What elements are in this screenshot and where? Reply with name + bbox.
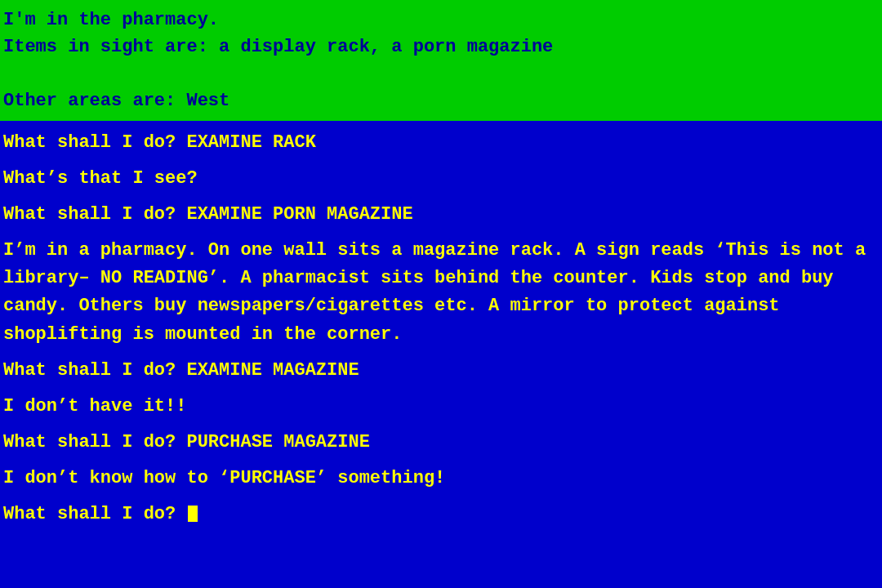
response-line: I’m in a pharmacy. On one wall sits a ma… — [3, 237, 879, 348]
green-line-4: Other areas are: West — [3, 87, 879, 114]
spacer — [3, 492, 879, 501]
spacer — [3, 229, 879, 237]
cursor — [188, 506, 198, 522]
spacer — [3, 385, 879, 393]
response-line: What’s that I see? — [3, 165, 879, 193]
screen: I'm in the pharmacy. Items in sight are:… — [0, 0, 882, 588]
green-line-1: I'm in the pharmacy. — [3, 7, 879, 33]
prompt-line: What shall I do? EXAMINE RACK — [3, 129, 879, 157]
prompt-line: What shall I do? EXAMINE PORN MAGAZINE — [3, 201, 879, 229]
blue-panel: What shall I do? EXAMINE RACKWhat’s that… — [0, 121, 882, 588]
spacer — [3, 157, 879, 165]
spacer — [3, 421, 879, 429]
input-prompt-text: What shall I do? — [3, 504, 186, 524]
spacer — [3, 457, 879, 465]
response-line: I don’t know how to ‘PURCHASE’ something… — [3, 465, 879, 492]
input-line[interactable]: What shall I do? — [3, 501, 879, 528]
response-line: I don’t have it!! — [3, 393, 879, 421]
green-line-2: Items in sight are: a display rack, a po… — [3, 33, 879, 60]
green-line-3 — [3, 60, 879, 87]
prompt-line: What shall I do? PURCHASE MAGAZINE — [3, 429, 879, 457]
prompt-line: What shall I do? EXAMINE MAGAZINE — [3, 357, 879, 385]
spacer — [3, 193, 879, 201]
spacer — [3, 349, 879, 357]
green-panel: I'm in the pharmacy. Items in sight are:… — [0, 0, 882, 121]
